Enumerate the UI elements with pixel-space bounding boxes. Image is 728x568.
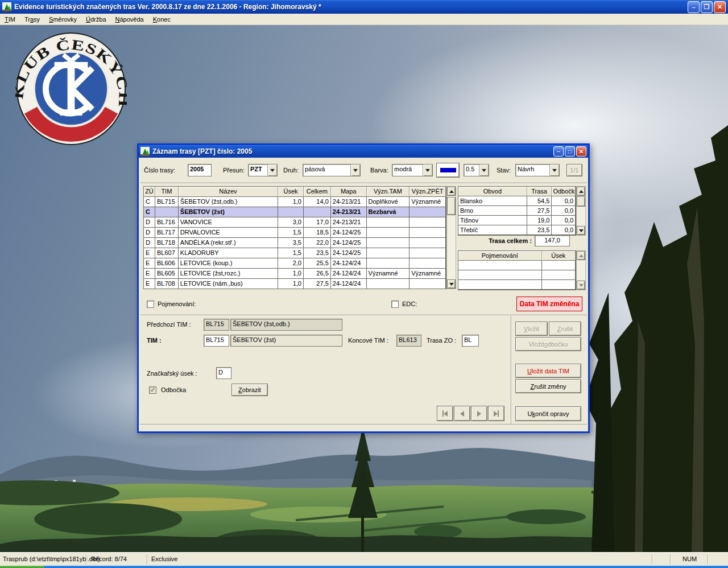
- minimize-button[interactable]: –: [688, 1, 700, 13]
- zobrazit-button[interactable]: Zobrazit: [231, 384, 268, 396]
- scrollbar-track[interactable]: [577, 196, 585, 226]
- table-cell[interactable]: 22,0: [304, 238, 331, 248]
- next-record-button[interactable]: [471, 406, 487, 421]
- scroll-up-button[interactable]: [577, 187, 585, 196]
- druh-combo[interactable]: pásová: [303, 164, 361, 176]
- obvod-table-scrollbar[interactable]: [576, 186, 586, 236]
- menu-smerovky[interactable]: Směrovky: [44, 15, 81, 24]
- table-cell[interactable]: [458, 261, 542, 270]
- table-cell[interactable]: 23,5: [304, 248, 331, 258]
- table-cell[interactable]: [367, 238, 410, 248]
- table-cell[interactable]: 24-124/25: [331, 238, 367, 248]
- table-cell[interactable]: [410, 228, 446, 238]
- table-cell[interactable]: [155, 207, 179, 217]
- main-titlebar[interactable]: Evidence turistických značených tras Ver…: [0, 0, 728, 14]
- cislo-trasy-input[interactable]: 2005: [188, 164, 212, 176]
- table-cell[interactable]: [458, 270, 542, 280]
- dropdown-arrow-icon[interactable]: [267, 164, 277, 176]
- table-cell[interactable]: 24-124/25: [331, 228, 367, 238]
- table-cell[interactable]: 26,5: [304, 269, 331, 279]
- vlozit-button[interactable]: Vložit: [515, 322, 548, 336]
- table-cell[interactable]: 25,5: [304, 258, 331, 269]
- table-cell[interactable]: Třebíč: [458, 225, 527, 235]
- table-cell[interactable]: 18,5: [304, 228, 331, 238]
- table-cell[interactable]: 24-124/24: [331, 279, 367, 289]
- table-cell[interactable]: Významné: [410, 197, 446, 207]
- table-cell[interactable]: [367, 228, 410, 238]
- table-cell[interactable]: [367, 217, 410, 228]
- scrollbar-track[interactable]: [447, 196, 456, 279]
- scroll-up-button[interactable]: [447, 187, 456, 196]
- scroll-down-button[interactable]: [577, 281, 585, 290]
- table-cell[interactable]: 24-213/21: [331, 197, 367, 207]
- table-row[interactable]: EBL605LETOVICE (žst,rozc.)1,026,524-124/…: [144, 269, 446, 279]
- menu-trasy[interactable]: Trasy: [20, 15, 44, 24]
- table-cell[interactable]: Blansko: [458, 196, 527, 206]
- scrollbar-thumb[interactable]: [577, 196, 585, 207]
- znackarsky-usek-input[interactable]: D: [216, 367, 231, 379]
- table-cell[interactable]: 27,5: [527, 206, 552, 216]
- table-cell[interactable]: [278, 207, 304, 217]
- table-cell[interactable]: 2,0: [278, 258, 304, 269]
- stav-combo[interactable]: Návrh: [515, 164, 560, 176]
- pojmenovani-table-scrollbar[interactable]: [576, 250, 586, 290]
- tim-table-scrollbar[interactable]: [446, 186, 456, 289]
- table-cell[interactable]: 0,0: [552, 216, 576, 225]
- table-cell[interactable]: Bezbarvá: [367, 207, 410, 217]
- table-cell[interactable]: D: [144, 217, 155, 228]
- table-cell[interactable]: 24-124/24: [331, 269, 367, 279]
- ulozit-data-tim-button[interactable]: Uložit data TIM: [515, 364, 581, 378]
- table-cell[interactable]: 0,0: [552, 206, 576, 216]
- previous-record-button[interactable]: [454, 406, 470, 421]
- table-cell[interactable]: [304, 207, 331, 217]
- table-cell[interactable]: 1,5: [278, 248, 304, 258]
- table-cell[interactable]: BL718: [155, 238, 179, 248]
- table-cell[interactable]: BL607: [155, 248, 179, 258]
- tim-code-input[interactable]: BL715: [204, 335, 229, 347]
- table-cell[interactable]: BL708: [155, 279, 179, 289]
- table-cell[interactable]: 1,0: [278, 197, 304, 207]
- scrollbar-thumb[interactable]: [447, 197, 456, 215]
- dialog-maximize-button[interactable]: □: [565, 146, 575, 157]
- table-cell[interactable]: 24-124/24: [331, 258, 367, 269]
- dialog-close-button[interactable]: ✕: [576, 146, 586, 157]
- table-cell[interactable]: 3,5: [278, 238, 304, 248]
- width-combo[interactable]: 0.5: [464, 164, 489, 176]
- table-cell[interactable]: Brno: [458, 206, 527, 216]
- table-row[interactable]: EBL606LETOVICE (koup.)2,025,524-124/24: [144, 258, 446, 269]
- table-cell[interactable]: [410, 207, 446, 217]
- table-cell[interactable]: 24-213/21: [331, 217, 367, 228]
- dialog-titlebar[interactable]: Záznam trasy [PZT] číslo: 2005 – □ ✕: [139, 145, 588, 158]
- menu-tim[interactable]: TIM: [0, 15, 20, 24]
- table-cell[interactable]: BL606: [155, 258, 179, 269]
- table-cell[interactable]: 14,0: [304, 197, 331, 207]
- table-cell[interactable]: 0,0: [552, 196, 576, 206]
- table-row[interactable]: EBL708LETOVICE (nám.,bus)1,027,524-124/2…: [144, 279, 446, 289]
- table-cell[interactable]: E: [144, 248, 155, 258]
- barva-combo[interactable]: modrá: [392, 164, 433, 176]
- dropdown-arrow-icon[interactable]: [479, 164, 489, 176]
- ukoncit-opravy-button[interactable]: Ukončit opravy: [515, 406, 581, 421]
- table-cell[interactable]: 1,0: [278, 279, 304, 289]
- table-cell[interactable]: ŠEBETOV (žst,odb.): [179, 197, 278, 207]
- table-row[interactable]: DBL716VANOVICE3,017,024-213/21: [144, 217, 446, 228]
- dropdown-arrow-icon[interactable]: [350, 164, 360, 176]
- table-cell[interactable]: [367, 248, 410, 258]
- table-cell[interactable]: 19,0: [527, 216, 552, 225]
- table-row[interactable]: CŠEBETOV (žst)24-213/21Bezbarvá: [144, 207, 446, 217]
- table-cell[interactable]: [410, 279, 446, 289]
- scroll-down-button[interactable]: [447, 279, 456, 289]
- menu-udrzba[interactable]: Údržba: [81, 15, 111, 24]
- table-cell[interactable]: [542, 261, 576, 270]
- table-cell[interactable]: 24-213/21: [331, 207, 367, 217]
- table-cell[interactable]: Významné: [410, 269, 446, 279]
- table-cell[interactable]: 27,5: [304, 279, 331, 289]
- table-cell[interactable]: DRVALOVICE: [179, 228, 278, 238]
- close-button[interactable]: ✕: [714, 1, 726, 13]
- dropdown-arrow-icon[interactable]: [423, 164, 432, 176]
- table-cell[interactable]: D: [144, 238, 155, 248]
- scrollbar-track[interactable]: [577, 260, 585, 281]
- scroll-down-button[interactable]: [577, 226, 585, 235]
- table-cell[interactable]: VANOVICE: [179, 217, 278, 228]
- menu-konec[interactable]: Konec: [148, 15, 175, 24]
